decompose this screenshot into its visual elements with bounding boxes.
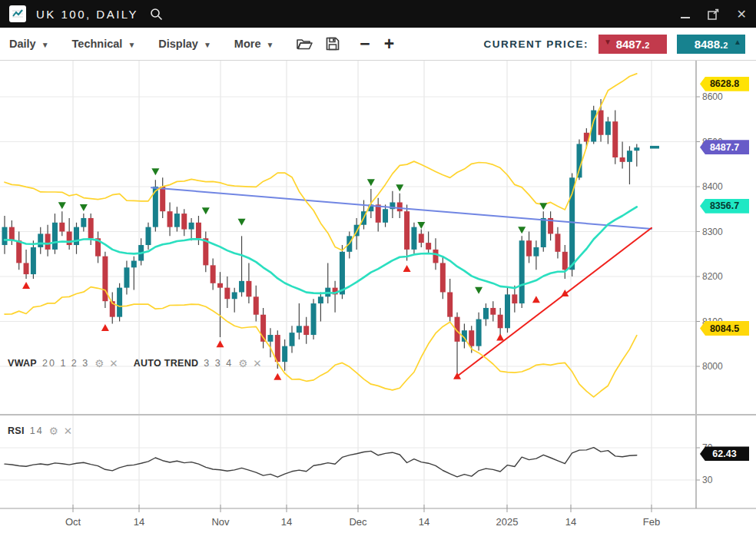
svg-text:Oct: Oct xyxy=(65,516,81,528)
svg-text:2025: 2025 xyxy=(496,516,519,528)
autotrend-params: 3 3 4 xyxy=(204,358,233,369)
close-button[interactable]: ✕ xyxy=(737,7,747,22)
rsi-indicator-row: RSI 14 ⚙ ✕ xyxy=(8,425,88,437)
svg-text:8300: 8300 xyxy=(702,227,723,237)
price-axis-badge: 8084.5 xyxy=(700,321,749,336)
minimize-button[interactable] xyxy=(681,10,690,18)
gear-icon[interactable]: ⚙ xyxy=(94,357,104,369)
price-chart-canvas[interactable]: Oct14Nov14Dec14202514Feb8600850084008300… xyxy=(0,0,756,533)
close-icon[interactable]: ✕ xyxy=(64,425,72,437)
chevron-down-icon: ▼ xyxy=(128,39,135,49)
technical-dropdown-label: Technical xyxy=(72,38,123,50)
autotrend-indicator-legend: AUTO TREND 3 3 4 ⚙ ✕ xyxy=(134,357,262,369)
chart-toolbar: Daily ▼ Technical ▼ Display ▼ More ▼ xyxy=(0,28,756,61)
svg-text:Nov: Nov xyxy=(211,516,230,528)
chart-logo-icon xyxy=(9,5,26,22)
display-dropdown-label: Display xyxy=(158,38,198,50)
chevron-down-icon: ▼ xyxy=(204,39,211,49)
svg-text:14: 14 xyxy=(134,516,144,528)
arrow-up-icon: ▲ xyxy=(734,38,741,46)
chevron-down-icon: ▼ xyxy=(266,39,274,49)
vwap-indicator-legend: VWAP 20 1 2 3 ⚙ ✕ xyxy=(8,357,118,369)
timeframe-dropdown[interactable]: Daily ▼ xyxy=(9,38,49,50)
close-icon[interactable]: ✕ xyxy=(253,357,261,369)
vwap-label: VWAP xyxy=(8,358,37,369)
rsi-indicator-legend: RSI 14 ⚙ ✕ xyxy=(8,425,72,437)
more-dropdown-label: More xyxy=(234,38,261,50)
symbol-title: UK 100, DAILY xyxy=(36,8,138,21)
svg-text:14: 14 xyxy=(281,516,292,528)
chevron-down-icon: ▼ xyxy=(41,39,49,49)
trading-chart-window: UK 100, DAILY ✕ Daily ▼ Technical ▼ xyxy=(0,0,756,533)
rsi-params: 14 xyxy=(30,425,44,436)
current-price-label: CURRENT PRICE: xyxy=(483,38,589,50)
minimize-icon xyxy=(681,10,690,18)
price-axis-badge: 62.43 xyxy=(700,446,749,461)
save-layout-button[interactable] xyxy=(326,37,340,51)
gear-icon[interactable]: ⚙ xyxy=(238,357,247,369)
close-icon[interactable]: ✕ xyxy=(109,357,118,369)
main-indicator-row: VWAP 20 1 2 3 ⚙ ✕ AUTO TREND 3 3 4 ⚙ ✕ xyxy=(8,357,277,369)
sell-price-button[interactable]: ▼ 8487.2 xyxy=(598,35,667,54)
vwap-params: 20 1 2 3 xyxy=(42,358,89,369)
svg-text:Dec: Dec xyxy=(349,516,367,528)
folder-open-icon xyxy=(297,38,313,51)
timeframe-dropdown-label: Daily xyxy=(9,38,36,50)
svg-text:8400: 8400 xyxy=(702,181,723,192)
svg-text:30: 30 xyxy=(702,475,713,485)
search-icon[interactable] xyxy=(150,8,163,21)
buy-price-value: 8488.2 xyxy=(695,38,728,51)
gear-icon[interactable]: ⚙ xyxy=(49,425,58,437)
technical-dropdown[interactable]: Technical ▼ xyxy=(72,38,136,50)
popout-button[interactable] xyxy=(707,8,720,21)
svg-text:8000: 8000 xyxy=(702,361,723,372)
title-bar: UK 100, DAILY ✕ xyxy=(0,0,756,28)
svg-text:8200: 8200 xyxy=(702,271,723,282)
save-icon xyxy=(326,37,340,51)
sell-price-value: 8487.2 xyxy=(616,38,650,51)
buy-price-button[interactable]: 8488.2 ▲ xyxy=(677,35,745,54)
more-dropdown[interactable]: More ▼ xyxy=(234,38,274,50)
price-axis-badge: 8487.7 xyxy=(700,140,749,154)
autotrend-label: AUTO TREND xyxy=(134,358,199,369)
arrow-down-icon: ▼ xyxy=(604,38,612,46)
svg-text:Feb: Feb xyxy=(643,516,660,528)
svg-text:8600: 8600 xyxy=(702,91,723,102)
price-axis-badge: 8628.8 xyxy=(700,77,749,91)
svg-text:14: 14 xyxy=(565,516,576,528)
display-dropdown[interactable]: Display ▼ xyxy=(158,38,211,50)
open-layout-button[interactable] xyxy=(297,38,313,51)
svg-text:14: 14 xyxy=(419,516,429,528)
price-axis-badge: 8356.7 xyxy=(700,199,749,214)
popout-icon xyxy=(707,8,720,21)
zoom-in-button[interactable]: + xyxy=(384,35,394,53)
rsi-label: RSI xyxy=(8,425,25,436)
zoom-out-button[interactable]: − xyxy=(360,35,370,53)
